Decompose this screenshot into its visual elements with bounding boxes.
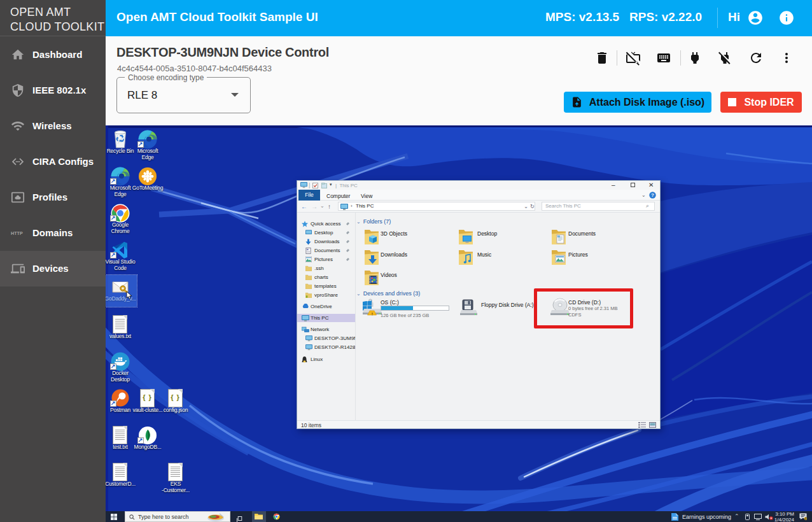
svg-text:HTTP: HTTP	[11, 230, 23, 236]
svg-text:?: ?	[651, 192, 654, 198]
